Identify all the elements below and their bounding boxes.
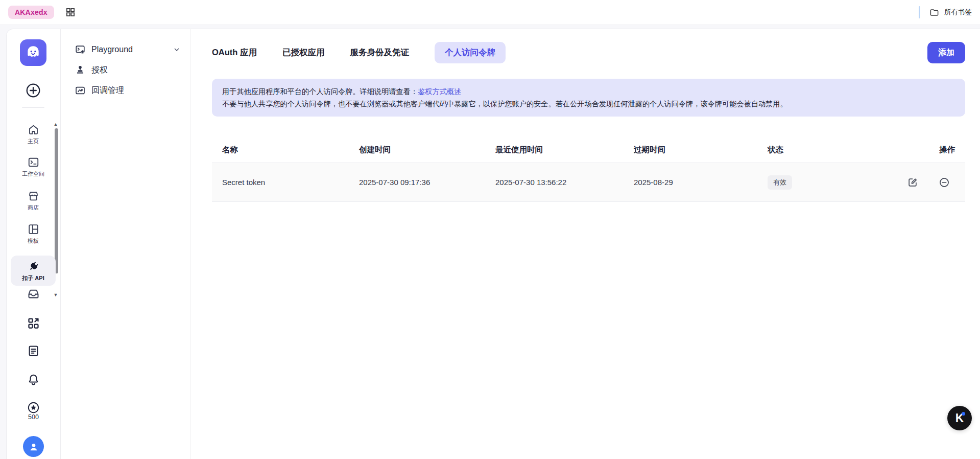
banner-text: 用于其他应用程序和平台的个人访问令牌。详细说明请查看： [222,87,418,96]
main-content: OAuth 应用 已授权应用 服务身份及凭证 个人访问令牌 添加 用于其他应用程… [190,29,980,459]
screen: AKAxedx 所有书签 [0,0,980,459]
sidebar-item-label: 工作空间 [22,171,44,177]
edit-icon[interactable] [907,177,918,188]
subnav-item-callback[interactable]: 回调管理 [61,80,190,101]
sidebar-item-label: 模板 [28,238,39,244]
disable-icon[interactable] [939,177,950,188]
col-header-status: 状态 [757,145,885,155]
status-badge: 有效 [768,175,792,190]
chevron-down-icon[interactable] [173,45,181,54]
col-header-created: 创建时间 [349,145,485,155]
store-icon [27,190,40,202]
token-status-cell: 有效 [757,175,885,190]
stamp-icon [75,64,86,76]
subnav-item-label: 授权 [91,65,108,76]
bookmarks-divider [919,6,920,18]
sidebar-item-workspace[interactable]: 工作空间 [11,156,56,177]
apps-launcher-icon[interactable] [27,316,40,330]
tab-personal-access-tokens[interactable]: 个人访问令牌 [435,42,506,63]
profile-badge[interactable]: AKAxedx [8,6,54,19]
subnav-item-label: 回调管理 [91,85,124,96]
folder-icon [929,8,939,17]
auth-overview-link[interactable]: 鉴权方式概述 [418,87,461,96]
secondary-sidebar: Playground 授权 回调管理 [60,29,190,459]
tabs-row: OAuth 应用 已授权应用 服务身份及凭证 个人访问令牌 添加 [212,41,965,64]
token-expires: 2025-08-29 [624,178,757,187]
token-last-used: 2025-07-30 13:56:22 [485,178,624,187]
sidebar-item-label: 商店 [28,204,39,211]
credits-count: 500 [7,414,60,421]
home-icon [27,123,40,136]
tab-service-identity[interactable]: 服务身份及凭证 [350,47,410,58]
table-row: Secret token 2025-07-30 09:17:36 2025-07… [212,163,965,202]
subnav-item-authorization[interactable]: 授权 [61,60,190,80]
tab-oauth-apps[interactable]: OAuth 应用 [212,47,257,58]
sidebar-item-label: 主页 [28,138,39,145]
apps-grid-icon[interactable] [65,7,76,17]
info-banner: 用于其他应用程序和平台的个人访问令牌。详细说明请查看：鉴权方式概述 不要与他人共… [212,79,965,117]
col-header-name: 名称 [212,145,349,155]
col-header-expires: 过期时间 [624,145,757,155]
credits-star-icon[interactable] [27,401,40,415]
tokens-table: 名称 创建时间 最近使用时间 过期时间 状态 操作 Secret token 2… [212,137,965,202]
token-name: Secret token [212,178,349,187]
sidebar-item-template[interactable]: 模板 [11,223,56,244]
sidebar-item-label: 扣子 API [22,275,44,282]
playground-icon [75,44,86,55]
bookmarks-right-group: 所有书签 [919,6,972,18]
rail-divider [22,107,44,108]
token-actions-cell [885,177,965,188]
add-token-button[interactable]: 添加 [927,42,965,63]
inbox-icon[interactable] [27,287,40,301]
kimi-blue-dot [962,412,965,416]
col-header-actions: 操作 [885,145,965,155]
kimi-fab-button[interactable]: K [947,406,972,430]
template-icon [27,223,40,236]
token-created: 2025-07-30 09:17:36 [349,178,485,187]
banner-line-1: 用于其他应用程序和平台的个人访问令牌。详细说明请查看：鉴权方式概述 [222,85,955,98]
col-header-last-used: 最近使用时间 [485,145,624,155]
subnav-item-playground[interactable]: Playground [61,39,190,60]
workspace-icon [27,156,40,169]
all-bookmarks-label[interactable]: 所有书签 [944,8,972,17]
notifications-bell-icon[interactable] [27,373,40,386]
table-header-row: 名称 创建时间 最近使用时间 过期时间 状态 操作 [212,137,965,163]
browser-bookmarks-bar: AKAxedx 所有书签 [0,0,980,25]
banner-line-2: 不要与他人共享您的个人访问令牌，也不要在浏览器或其他客户端代码中暴露它，以保护您… [222,98,955,110]
sidebar-item-coze-api[interactable]: 扣子 API [11,256,56,286]
docs-icon[interactable] [27,344,40,358]
sidebar-item-home[interactable]: 主页 [11,123,56,145]
tabs: OAuth 应用 已授权应用 服务身份及凭证 个人访问令牌 [212,42,506,63]
sidebar-item-store[interactable]: 商店 [11,190,56,211]
app-shell: ▲ ▼ 主页 工作空间 [6,29,980,459]
rail-scroll-down-arrow[interactable]: ▼ [52,292,60,298]
coze-logo[interactable] [20,39,46,66]
primary-sidebar: ▲ ▼ 主页 工作空间 [7,29,60,459]
tab-authorized-apps[interactable]: 已授权应用 [282,47,325,58]
user-avatar[interactable] [23,436,44,457]
subnav-item-label: Playground [91,45,133,54]
plug-api-icon [27,260,40,273]
callback-icon [75,85,86,96]
create-new-button[interactable] [25,82,41,99]
